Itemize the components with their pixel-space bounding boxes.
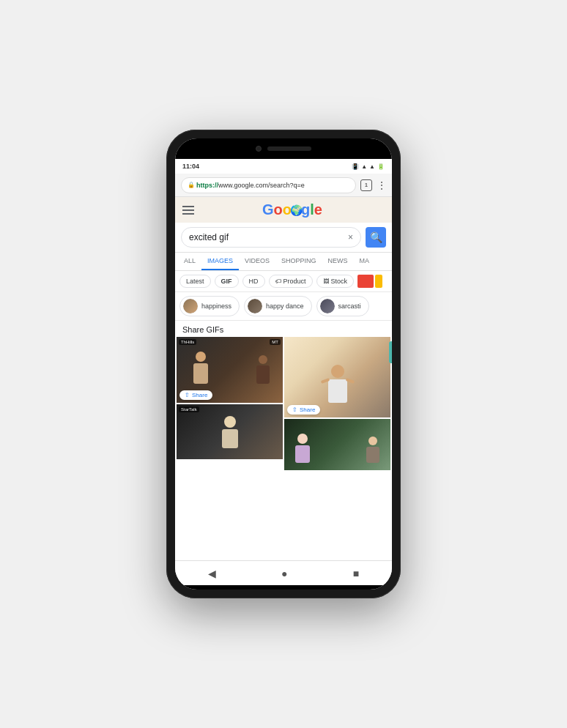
chip-happiness[interactable]: happiness — [179, 296, 240, 316]
gif-label-3: StarTalk — [179, 406, 199, 412]
url-https: https:// — [196, 182, 218, 189]
speaker-grille — [267, 146, 311, 151]
gif-bg-2: ⇧ Share — [284, 337, 390, 417]
back-button[interactable]: ◀ — [196, 565, 228, 582]
share-button-1[interactable]: ⇧ Share — [179, 390, 212, 400]
share-gifs-section-header: Share GIFs — [175, 321, 392, 337]
filter-latest[interactable]: Latest — [179, 275, 211, 288]
tab-shopping[interactable]: SHOPPING — [275, 253, 322, 270]
hamburger-line — [182, 213, 194, 215]
lock-icon: 🔒 — [188, 182, 195, 188]
gif-item-4[interactable] — [284, 419, 390, 470]
browser-viewport[interactable]: G o o 🌍 g l e — [175, 197, 392, 560]
filter-stock[interactable]: 🖼 Stock — [316, 275, 355, 288]
share-label-2: Share — [300, 406, 315, 413]
camera-dot — [256, 146, 262, 152]
search-input-container[interactable]: excited gif × — [181, 227, 361, 248]
url-bar[interactable]: 🔒 https:// www.google.com/search?q=e 1 ⋮ — [175, 174, 392, 197]
gif-figure-4 — [328, 365, 347, 403]
tab-videos[interactable]: VIDEOS — [239, 253, 275, 270]
signal-icon: ▲ — [361, 163, 367, 170]
phone-top-hardware — [175, 138, 392, 159]
gif-label-1: ThHills — [179, 339, 196, 345]
url-domain: www.google.com/search?q=e — [218, 182, 305, 189]
gif-figure-3 — [222, 416, 238, 448]
gif-item-3[interactable]: StarTalk — [177, 404, 283, 459]
tag-icon: 🏷 — [275, 278, 281, 285]
gif-grid: ThHills MT ⇧ — [175, 337, 392, 470]
chip-happiness-avatar — [183, 299, 198, 313]
phone-bottom-hardware — [175, 585, 392, 590]
yellow-color-swatch — [375, 275, 382, 288]
filter-hd-label: HD — [249, 278, 259, 285]
status-bar: 11:04 📳 ▲ ▲ 🔋 — [175, 159, 392, 174]
chip-happy-dance-avatar — [248, 299, 262, 313]
color-filter[interactable] — [357, 275, 382, 288]
chip-happy-dance[interactable]: happy dance — [244, 296, 312, 316]
gif-figure-5 — [295, 434, 310, 463]
red-color-swatch — [357, 275, 374, 288]
gif-figure-2 — [253, 355, 272, 385]
section-title-text: Share GIFs — [182, 325, 223, 334]
phone-device: 11:04 📳 ▲ ▲ 🔋 🔒 https:// www.google.com/… — [166, 130, 401, 598]
search-box[interactable]: excited gif × 🔍 — [175, 223, 392, 253]
status-time: 11:04 — [182, 163, 199, 170]
filter-hd[interactable]: HD — [242, 275, 265, 288]
filter-stock-label: Stock — [331, 278, 348, 285]
tab-images[interactable]: IMAGES — [201, 253, 239, 270]
battery-icon: 🔋 — [377, 163, 385, 170]
share-icon-2: ⇧ — [292, 406, 297, 413]
filter-product-label: Product — [284, 278, 306, 285]
chip-sarcastic[interactable]: sarcasti — [316, 296, 369, 316]
share-label-1: Share — [192, 392, 207, 398]
wifi-icon: ▲ — [369, 163, 375, 170]
search-button[interactable]: 🔍 — [366, 227, 386, 248]
chip-sarcastic-avatar — [320, 299, 335, 313]
tab-news[interactable]: NEWS — [322, 253, 354, 270]
gif-item-2[interactable]: ⇧ Share — [284, 337, 390, 417]
chrome-edge-tab — [389, 341, 392, 363]
tab-all[interactable]: ALL — [178, 253, 201, 270]
google-logo: G o o 🌍 g l e — [200, 201, 385, 218]
gif-column-left: ThHills MT ⇧ — [177, 337, 283, 470]
tab-count-button[interactable]: 1 — [360, 179, 372, 191]
chip-happiness-label: happiness — [201, 302, 231, 310]
gif-item-1[interactable]: ThHills MT ⇧ — [177, 337, 283, 403]
search-tabs: ALL IMAGES VIDEOS SHOPPING NEWS MA — [175, 253, 392, 271]
url-actions: 1 ⋮ — [360, 179, 386, 191]
recent-apps-button[interactable]: ■ — [341, 565, 371, 582]
search-text: excited gif — [189, 232, 348, 242]
gif-figure-6 — [366, 437, 379, 463]
clear-search-button[interactable]: × — [348, 232, 353, 242]
url-input[interactable]: 🔒 https:// www.google.com/search?q=e — [181, 177, 356, 193]
filter-product[interactable]: 🏷 Product — [269, 275, 313, 288]
phone-nav-bar: ◀ ● ■ — [175, 560, 392, 585]
hamburger-line — [182, 206, 194, 207]
gif-figure-1 — [191, 352, 210, 385]
tab-more[interactable]: MA — [354, 253, 376, 270]
status-icons: 📳 ▲ ▲ 🔋 — [352, 163, 385, 170]
share-button-2[interactable]: ⇧ Share — [287, 405, 320, 415]
vibrate-icon: 📳 — [352, 163, 359, 170]
hamburger-menu-button[interactable] — [182, 206, 194, 215]
suggestion-chips: happiness happy dance sarcasti — [175, 292, 392, 321]
filter-gif[interactable]: GIF — [215, 275, 239, 288]
chip-sarcastic-label: sarcasti — [338, 302, 361, 310]
filter-bar: Latest GIF HD 🏷 Product 🖼 Stock — [175, 271, 392, 292]
chip-happy-dance-label: happy dance — [266, 302, 304, 310]
search-icon: 🔍 — [370, 231, 382, 243]
filter-gif-label: GIF — [221, 278, 232, 285]
phone-screen: 11:04 📳 ▲ ▲ 🔋 🔒 https:// www.google.com/… — [175, 138, 392, 590]
hamburger-line — [182, 209, 194, 211]
image-icon: 🖼 — [323, 278, 329, 285]
browser-menu-button[interactable]: ⋮ — [377, 180, 386, 190]
gif-column-right: ⇧ Share — [284, 337, 390, 470]
google-header: G o o 🌍 g l e — [175, 197, 392, 223]
filter-latest-label: Latest — [186, 278, 204, 285]
gif-channel-badge: MT — [270, 339, 281, 345]
home-button[interactable]: ● — [270, 565, 299, 582]
share-icon-1: ⇧ — [185, 392, 190, 398]
